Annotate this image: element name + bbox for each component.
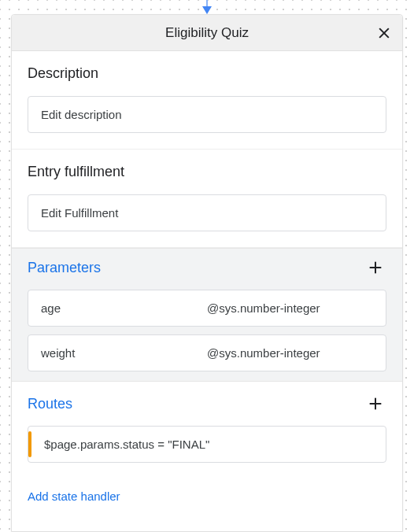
close-icon [376, 25, 392, 41]
parameters-section: Parameters age @sys.number-integer weigh… [12, 248, 402, 382]
add-state-handler-link[interactable]: Add state handler [12, 475, 402, 506]
panel-header: Eligibility Quiz [12, 15, 402, 51]
entry-fulfillment-section: Entry fulfillment Edit Fulfillment [12, 150, 402, 248]
parameter-type: @sys.number-integer [207, 346, 373, 360]
add-parameter-button[interactable] [364, 257, 386, 279]
routes-section: Routes $page.params.status = "FINAL" [12, 382, 402, 475]
add-route-button[interactable] [364, 393, 386, 415]
routes-heading-row: Routes [28, 393, 386, 415]
panel-title: Eligibility Quiz [165, 25, 249, 41]
parameters-heading-row: Parameters [28, 257, 386, 279]
route-row[interactable]: $page.params.status = "FINAL" [28, 426, 386, 463]
parameter-name: weight [41, 346, 207, 360]
panel-body: Description Edit description Entry fulfi… [12, 51, 402, 531]
edit-description-button[interactable]: Edit description [28, 96, 386, 133]
incoming-arrow-icon [201, 0, 213, 14]
plus-icon [367, 395, 384, 412]
edit-fulfillment-button[interactable]: Edit Fulfillment [28, 194, 386, 231]
plus-icon [367, 259, 384, 276]
parameter-row[interactable]: weight @sys.number-integer [28, 334, 386, 371]
close-button[interactable] [372, 21, 396, 45]
description-heading: Description [28, 65, 386, 82]
description-section: Description Edit description [12, 51, 402, 150]
entry-fulfillment-heading: Entry fulfillment [28, 164, 386, 180]
svg-marker-1 [202, 6, 212, 14]
parameter-name: age [41, 301, 207, 315]
parameters-heading[interactable]: Parameters [28, 260, 101, 276]
routes-heading[interactable]: Routes [28, 396, 72, 412]
route-condition: $page.params.status = "FINAL" [41, 438, 209, 451]
page-editor-panel: Eligibility Quiz Description Edit descri… [11, 14, 403, 532]
parameter-type: @sys.number-integer [207, 301, 373, 315]
parameter-row[interactable]: age @sys.number-integer [28, 290, 386, 327]
